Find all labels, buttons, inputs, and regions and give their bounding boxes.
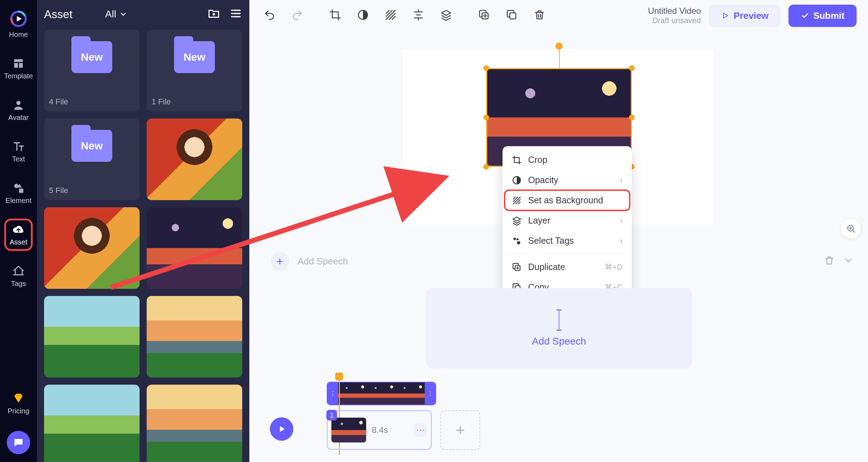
asset-filter[interactable]: All — [100, 6, 132, 22]
asset-title: Asset — [44, 8, 72, 21]
set-background-button[interactable] — [382, 6, 400, 25]
scene-duration: 8.4s — [372, 425, 388, 435]
text-icon — [12, 140, 25, 153]
zoom-in-icon — [846, 224, 856, 233]
delete-button[interactable] — [531, 6, 548, 25]
duplicate-button[interactable] — [475, 6, 493, 25]
preview-button[interactable]: Preview — [709, 5, 781, 27]
align-button[interactable] — [409, 6, 427, 25]
logo-icon — [9, 9, 28, 28]
trash-icon — [824, 255, 835, 266]
check-icon — [801, 11, 809, 20]
clip-handle-left[interactable]: ⋮ — [327, 383, 338, 405]
asset-image[interactable] — [44, 296, 140, 378]
folder-meta: 1 File — [152, 97, 237, 106]
resize-handle[interactable] — [483, 115, 489, 120]
add-speech-card[interactable]: Add Speech — [426, 288, 692, 368]
asset-image[interactable] — [147, 296, 242, 378]
asset-image[interactable] — [147, 207, 242, 289]
template-icon — [12, 57, 25, 70]
folder-plus-icon — [207, 7, 220, 20]
folder-icon: New — [71, 130, 112, 162]
timeline-clip[interactable]: ⋮ ⋮ — [327, 382, 436, 405]
new-folder-button[interactable] — [207, 7, 220, 21]
add-speech-icon-button[interactable]: + — [271, 252, 289, 270]
nav-avatar[interactable]: Avatar — [5, 96, 32, 125]
folder-meta: 4 File — [49, 97, 135, 106]
chevron-right-icon: › — [620, 175, 623, 185]
scene-thumbnail — [331, 418, 366, 442]
chat-fab[interactable] — [7, 431, 30, 454]
copy-icon — [506, 9, 518, 21]
nav-element-label: Element — [5, 197, 31, 205]
project-title-block[interactable]: Untitled Video Draft unsaved — [648, 6, 701, 25]
speech-bar: + Add Speech — [271, 252, 854, 270]
undo-button[interactable] — [261, 6, 278, 25]
delete-speech-button[interactable] — [824, 255, 835, 267]
asset-image[interactable] — [147, 385, 242, 462]
asset-folder[interactable]: New 1 File — [147, 30, 242, 111]
asset-folder[interactable]: New 4 File — [44, 30, 140, 111]
element-icon — [12, 182, 25, 194]
ctx-select-tags[interactable]: Select Tags › — [503, 231, 632, 251]
asset-image[interactable] — [44, 385, 140, 462]
nav-template-label: Template — [4, 72, 33, 80]
duplicate-icon — [478, 9, 490, 21]
ctx-opacity[interactable]: Opacity › — [503, 170, 632, 190]
submit-button[interactable]: Submit — [788, 5, 857, 27]
folder-icon: New — [71, 41, 112, 73]
asset-folder[interactable]: New 5 File — [44, 119, 140, 200]
resize-handle[interactable] — [483, 164, 489, 170]
opacity-button[interactable] — [354, 6, 372, 25]
crop-button[interactable] — [326, 6, 344, 25]
nav-tags[interactable]: Tags — [7, 262, 29, 291]
clip-handle-right[interactable]: ⋮ — [425, 383, 435, 405]
rotate-handle[interactable] — [555, 43, 563, 50]
nav-text[interactable]: Text — [9, 137, 29, 166]
chevron-right-icon: › — [620, 215, 623, 226]
nav-template[interactable]: Template — [0, 54, 36, 83]
play-button[interactable] — [270, 417, 293, 441]
resize-handle[interactable] — [629, 65, 635, 71]
scene-more-button[interactable]: ⋯ — [414, 423, 427, 437]
speech-placeholder: Add Speech — [298, 256, 348, 267]
ctx-crop[interactable]: Crop — [503, 150, 632, 170]
nav-asset[interactable]: Asset — [6, 220, 31, 249]
nav-rail: Home Template Avatar Text Element Asset … — [0, 0, 37, 462]
redo-button[interactable] — [288, 6, 306, 25]
collapse-speech-button[interactable] — [843, 255, 854, 267]
play-icon — [277, 424, 287, 434]
nav-asset-label: Asset — [10, 238, 27, 246]
logo-home[interactable]: Home — [5, 6, 32, 42]
nav-pricing[interactable]: Pricing — [4, 389, 33, 418]
diagonal-lines-icon — [512, 196, 522, 205]
nav-element[interactable]: Element — [2, 179, 35, 208]
avatar-icon — [12, 99, 25, 111]
canvas-stage[interactable]: Crop Opacity › Set as Background Layer ›… — [403, 49, 714, 224]
asset-filter-label: All — [105, 9, 116, 20]
opacity-icon — [512, 175, 522, 185]
list-view-button[interactable] — [229, 7, 242, 21]
svg-rect-8 — [510, 13, 516, 19]
resize-handle[interactable] — [629, 115, 635, 120]
resize-handle[interactable] — [483, 65, 489, 71]
layers-icon — [512, 216, 522, 226]
asset-image[interactable] — [44, 207, 140, 289]
layer-button[interactable] — [437, 6, 455, 25]
asset-image[interactable] — [147, 119, 242, 200]
copy-button[interactable] — [503, 6, 521, 25]
svg-rect-1 — [14, 63, 18, 68]
undo-icon — [264, 9, 276, 21]
ctx-layer[interactable]: Layer › — [503, 210, 632, 231]
add-scene-button[interactable]: + — [440, 410, 480, 450]
zoom-button[interactable] — [841, 219, 861, 238]
scene-card[interactable]: 1 8.4s ⋯ — [327, 410, 432, 450]
redo-icon — [291, 9, 303, 21]
nav-pricing-label: Pricing — [7, 407, 29, 415]
canvas-area: Untitled Video Draft unsaved Preview Sub… — [249, 0, 868, 462]
ctx-set-as-background[interactable]: Set as Background — [505, 191, 629, 210]
svg-rect-2 — [19, 63, 23, 68]
play-outline-icon — [721, 11, 729, 20]
opacity-icon — [357, 9, 369, 21]
list-icon — [229, 7, 242, 20]
